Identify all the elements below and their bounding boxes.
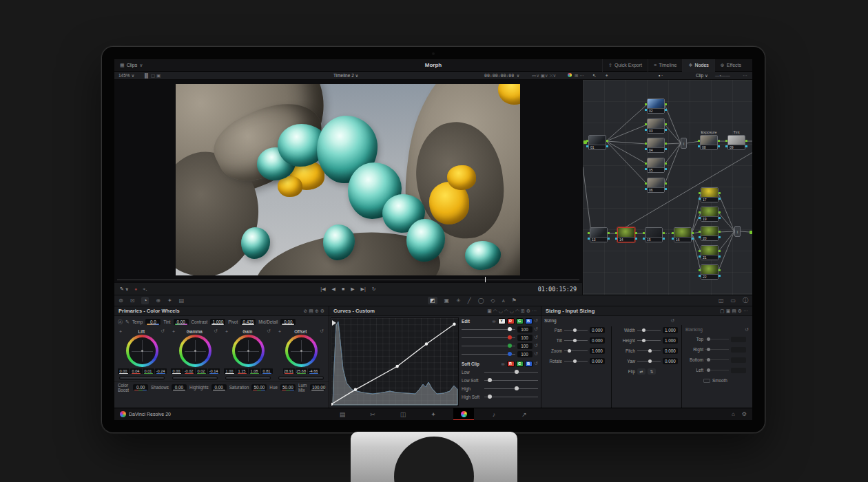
edit-slider-value[interactable]: 100 <box>517 335 533 341</box>
flip-horizontal-button[interactable]: ⇄ <box>637 368 645 375</box>
gamma-value-2[interactable]: 0.02 <box>196 368 207 374</box>
gamma-color-wheel[interactable] <box>179 335 211 367</box>
page-fusion[interactable]: ✦ <box>423 408 444 421</box>
hand-tool-icon[interactable]: ✦ <box>605 73 608 78</box>
node-zoom-slider[interactable]: —•—— <box>715 73 730 78</box>
yaw-value[interactable]: 0.000 <box>663 358 678 364</box>
edit-slider-value[interactable]: 100 <box>517 343 533 349</box>
viewer-mode-buttons[interactable]: ▐▌ ▢ ▣ <box>143 73 161 78</box>
node-21[interactable]: 21 <box>701 245 719 260</box>
rotate-slider[interactable] <box>564 361 588 362</box>
offset-master-wheel[interactable] <box>278 376 324 380</box>
skip-start-button[interactable]: |◀ <box>320 286 325 292</box>
viewer-zoom-select[interactable]: 145% ∨ <box>118 73 134 78</box>
viewer-option-icons[interactable]: ▭∨ ▣∨ ⤫∨ <box>532 73 556 78</box>
offset-color-wheel[interactable] <box>285 335 318 367</box>
lift-master-wheel[interactable] <box>119 376 165 380</box>
color-wheel-icon[interactable] <box>568 73 572 78</box>
lift-value-3[interactable]: -0.24 <box>155 368 167 374</box>
pitch-value[interactable]: 0.000 <box>663 348 678 354</box>
pan-slider[interactable] <box>564 330 588 331</box>
play-button[interactable]: ▶ <box>351 286 354 292</box>
gain-value-1[interactable]: 1.15 <box>236 368 248 374</box>
node-19[interactable]: 19 <box>701 207 719 222</box>
gain-color-wheel[interactable] <box>232 335 265 367</box>
mid-detail-value[interactable]: 0.00 <box>280 319 296 325</box>
unmix-icon[interactable]: ● <box>134 286 137 291</box>
picker-icon[interactable]: ✎ <box>125 319 130 324</box>
node-03[interactable]: 03 <box>647 118 665 134</box>
left-slider[interactable] <box>705 370 729 370</box>
curve-graph[interactable] <box>331 317 459 406</box>
split-screen-icon[interactable]: ▣ <box>444 297 450 304</box>
lum-mix-value[interactable]: 100.00 <box>310 384 325 390</box>
node-05[interactable]: 05 <box>647 158 665 173</box>
channel-b-button[interactable]: B <box>525 361 533 367</box>
node-mA[interactable]: ∥ <box>681 138 687 149</box>
node-04[interactable]: 04 <box>647 138 665 153</box>
node-17[interactable]: 17 <box>701 187 719 202</box>
gain-master-wheel[interactable] <box>225 376 271 380</box>
gamma-value-0[interactable]: 0.00 <box>171 368 183 374</box>
offset-value-1[interactable]: 25.68 <box>296 368 307 374</box>
page-cut[interactable]: ✂ <box>362 408 383 421</box>
page-deliver[interactable]: ↗ <box>514 408 535 421</box>
edit-slider-reset-icon[interactable]: ↺ <box>535 343 538 348</box>
lift-value-0[interactable]: 0.00 <box>118 368 130 374</box>
pitch-slider[interactable] <box>637 350 661 351</box>
node-16[interactable]: 16 <box>674 227 692 242</box>
lift-reset-icon[interactable]: ↺ <box>161 328 165 334</box>
timeline-button[interactable]: ≡Timeline <box>648 59 682 72</box>
channel-r-button[interactable]: R <box>507 318 515 324</box>
grade-tool-icon[interactable]: ✎ ∨ <box>120 286 129 292</box>
auto-balance-icon[interactable]: Ⓐ <box>118 319 123 324</box>
freeze-icon[interactable]: ✳ <box>456 297 461 304</box>
edit-slider-reset-icon[interactable]: ↺ <box>535 351 538 357</box>
node-22[interactable]: 22 <box>701 264 719 280</box>
clip-select[interactable]: Clip ∨ <box>696 73 708 78</box>
color-boost-value[interactable]: 0.00 <box>133 384 148 390</box>
page-fairlight[interactable]: ♪ <box>484 408 504 421</box>
auto-grade-icon[interactable]: ᴀ <box>502 297 505 304</box>
channel-r-button[interactable]: R <box>507 361 515 367</box>
node-08[interactable]: 08Exposure <box>700 135 718 150</box>
node-01[interactable]: 01 <box>588 135 606 150</box>
high-slider[interactable] <box>484 388 538 389</box>
blanking-reset-icon[interactable]: ↺ <box>745 327 749 333</box>
channel-y-button[interactable]: Y <box>498 318 506 324</box>
gain-value-3[interactable]: 0.81 <box>261 368 273 374</box>
viewer-timecode[interactable]: 00:00:00:00 ∨ <box>484 73 519 78</box>
right-value[interactable] <box>731 347 746 353</box>
edit-slider-reset-icon[interactable]: ↺ <box>535 326 538 332</box>
magnifier-icon[interactable]: ⊕ <box>156 297 161 304</box>
low-slider[interactable] <box>484 372 538 373</box>
cursor-tool-icon[interactable]: ↖ <box>592 73 596 78</box>
channel-g-button[interactable]: G <box>516 318 524 324</box>
link-icon[interactable]: ∞ <box>493 319 496 324</box>
shadows-value[interactable]: 0.00 <box>172 384 187 390</box>
pan-value[interactable]: 0.000 <box>590 327 605 333</box>
frames-icon[interactable]: ▤ <box>179 297 185 304</box>
edit-slider-value[interactable]: 100 <box>517 351 533 357</box>
audio-mute-icon[interactable]: ◁᎐ <box>143 286 147 291</box>
hue-value[interactable]: 50.00 <box>280 384 296 390</box>
pivot-value[interactable]: 0.435 <box>240 319 256 325</box>
top-value[interactable] <box>731 337 746 342</box>
node-09[interactable]: 09Tint <box>727 135 745 150</box>
stills-icon[interactable]: ⊡ <box>130 297 135 304</box>
info-icon[interactable]: ⓘ <box>743 297 748 304</box>
page-color[interactable] <box>453 408 474 421</box>
step-back-button[interactable]: ◀ <box>332 286 335 292</box>
flip-vertical-button[interactable]: ⇅ <box>648 368 656 375</box>
bottom-value[interactable] <box>731 357 746 363</box>
expand-icon[interactable]: ⊞ ⋯ <box>575 73 584 78</box>
gain-value-0[interactable]: 1.00 <box>224 368 236 374</box>
node-06[interactable]: 06 <box>647 178 665 193</box>
clips-button[interactable]: ▦ Clips ∨ <box>120 63 143 67</box>
smooth-checkbox[interactable] <box>703 379 710 383</box>
offset-value-0[interactable]: 28.91 <box>283 368 295 374</box>
left-value[interactable] <box>731 368 746 373</box>
gamma-reset-icon[interactable]: ↺ <box>214 328 218 334</box>
bottom-slider[interactable] <box>705 359 729 360</box>
edit-slider-reset-icon[interactable]: ↺ <box>535 335 538 340</box>
